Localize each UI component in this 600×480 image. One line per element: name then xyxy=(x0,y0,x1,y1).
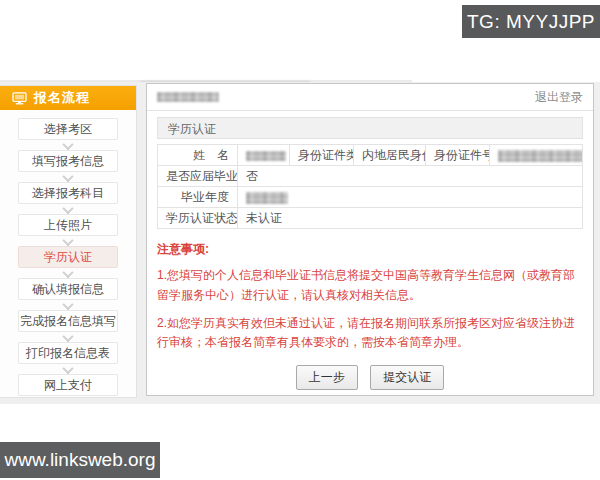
chevron-down-icon xyxy=(64,141,73,150)
chevron-down-icon xyxy=(64,237,73,246)
fresh-graduate-label: 是否应届毕业生 xyxy=(158,166,238,187)
redacted-graduation-year xyxy=(246,192,288,204)
table-row: 姓 名 身份证件类型 内地居民身份证 身份证件号码 xyxy=(158,145,583,166)
sidebar-step-7[interactable]: 完成报名信息填写 xyxy=(18,310,118,332)
sidebar-step-2[interactable]: 填写报考信息 xyxy=(18,150,118,172)
sidebar-step-1[interactable]: 选择考区 xyxy=(18,118,118,140)
sidebar-step-6[interactable]: 确认填报信息 xyxy=(18,278,118,300)
name-value xyxy=(238,145,290,166)
table-row: 是否应届毕业生 否 xyxy=(158,166,583,187)
sidebar-step-4[interactable]: 上传照片 xyxy=(18,214,118,236)
process-sidebar: 报名流程 选择考区填写报考信息选择报考科目上传照片学历认证确认填报信息完成报名信… xyxy=(0,85,137,398)
main-panel: 退出登录 学历认证 姓 名 身份证件类型 内地居民身份证 身份证件号码 xyxy=(146,83,594,396)
submit-verification-button[interactable]: 提交认证 xyxy=(370,365,444,390)
previous-step-button[interactable]: 上一步 xyxy=(296,365,358,390)
section-title: 学历认证 xyxy=(157,117,583,139)
chevron-down-icon xyxy=(64,173,73,182)
panel-content: 学历认证 姓 名 身份证件类型 内地居民身份证 身份证件号码 是否应届毕业生 否 xyxy=(147,111,593,390)
action-buttons: 上一步 提交认证 xyxy=(157,365,583,390)
tg-contact-badge: TG: MYYJJPP xyxy=(462,5,600,38)
redacted-name xyxy=(246,151,286,161)
sidebar-step-9[interactable]: 网上支付 xyxy=(18,374,118,396)
education-info-table: 姓 名 身份证件类型 内地居民身份证 身份证件号码 是否应届毕业生 否 毕业年度… xyxy=(157,144,583,229)
sidebar-step-5[interactable]: 学历认证 xyxy=(18,246,118,268)
notice-item-2: 2.如您学历真实有效但未通过认证，请在报名期间联系所报考区对应省级注协进行审核；… xyxy=(157,314,583,354)
sidebar-header: 报名流程 xyxy=(0,86,136,110)
notice-title: 注意事项: xyxy=(157,241,583,258)
id-number-value xyxy=(490,145,583,166)
step-list: 选择考区填写报考信息选择报考科目上传照片学历认证确认填报信息完成报名信息填写打印… xyxy=(0,110,136,396)
sidebar-title: 报名流程 xyxy=(34,89,90,107)
logout-link[interactable]: 退出登录 xyxy=(535,89,583,106)
chevron-down-icon xyxy=(64,205,73,214)
monitor-icon xyxy=(12,92,27,105)
id-type-label: 身份证件类型 xyxy=(290,145,354,166)
name-label: 姓 名 xyxy=(158,145,238,166)
chevron-down-icon xyxy=(64,365,73,374)
id-number-label: 身份证件号码 xyxy=(426,145,490,166)
fresh-graduate-value: 否 xyxy=(238,166,583,187)
graduation-year-value xyxy=(238,187,583,208)
notice-section: 注意事项: 1.您填写的个人信息和毕业证书信息将提交中国高等教育学生信息网（或教… xyxy=(157,241,583,353)
sidebar-step-3[interactable]: 选择报考科目 xyxy=(18,182,118,204)
table-row: 学历认证状态 未认证 xyxy=(158,208,583,229)
watermark-badge: www.linksweb.org xyxy=(0,442,160,478)
notice-item-1: 1.您填写的个人信息和毕业证书信息将提交中国高等教育学生信息网（或教育部留学服务… xyxy=(157,266,583,306)
redacted-username xyxy=(157,92,219,102)
account-topbar: 退出登录 xyxy=(147,84,593,111)
sidebar-step-8[interactable]: 打印报名信息表 xyxy=(18,342,118,364)
chevron-down-icon xyxy=(64,301,73,310)
table-row: 毕业年度 xyxy=(158,187,583,208)
id-type-value: 内地居民身份证 xyxy=(354,145,426,166)
graduation-year-label: 毕业年度 xyxy=(158,187,238,208)
chevron-down-icon xyxy=(64,333,73,342)
verify-status-label: 学历认证状态 xyxy=(158,208,238,229)
redacted-id-number xyxy=(498,150,583,162)
page: { "overlays": { "tg_badge": "TG: MYYJJPP… xyxy=(0,0,600,480)
registration-app: 报名流程 选择考区填写报考信息选择报考科目上传照片学历认证确认填报信息完成报名信… xyxy=(0,82,600,404)
verify-status-value: 未认证 xyxy=(238,208,583,229)
chevron-down-icon xyxy=(64,269,73,278)
